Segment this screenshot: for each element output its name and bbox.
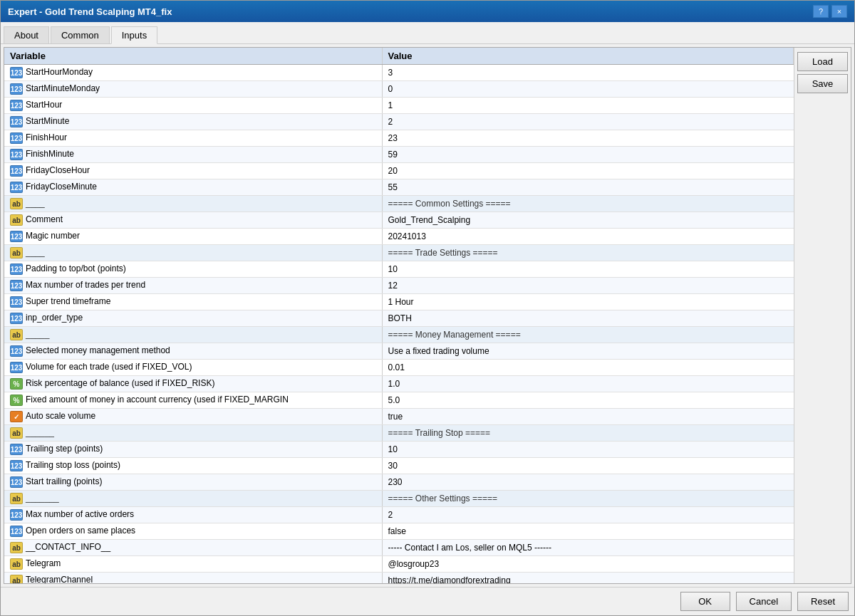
inputs-table: Variable Value 123StartHourMonday3123Sta… bbox=[4, 48, 794, 583]
variable-name: ____ bbox=[26, 198, 45, 208]
ab-icon: ab bbox=[10, 329, 23, 340]
table-row[interactable]: 123Max number of active orders2 bbox=[4, 507, 794, 523]
table-row[interactable]: 123Start trailing (points)230 bbox=[4, 474, 794, 491]
table-row[interactable]: ab_____===== Money Management ===== bbox=[4, 327, 794, 343]
table-row[interactable]: 123Open orders on same placesfalse bbox=[4, 523, 794, 540]
variable-cell: 123Max number of active orders bbox=[4, 507, 382, 523]
table-row[interactable]: ab____===== Common Settings ===== bbox=[4, 196, 794, 212]
table-row[interactable]: 123inp_order_typeBOTH bbox=[4, 310, 794, 327]
variable-cell: ab__CONTACT_INFO__ bbox=[4, 540, 382, 556]
tab-common[interactable]: Common bbox=[51, 26, 110, 43]
value-cell[interactable]: Use a fixed trading volume bbox=[382, 343, 794, 360]
variable-cell: 123StartHour bbox=[4, 98, 382, 114]
table-row[interactable]: 123FinishHour23 bbox=[4, 130, 794, 147]
value-cell[interactable]: false bbox=[382, 523, 794, 540]
variable-cell: 123FinishMinute bbox=[4, 147, 382, 163]
value-cell[interactable]: 59 bbox=[382, 147, 794, 163]
value-cell[interactable]: 230 bbox=[382, 474, 794, 491]
value-cell[interactable]: 23 bbox=[382, 130, 794, 147]
table-row[interactable]: %Fixed amount of money in account curren… bbox=[4, 392, 794, 409]
table-row[interactable]: 123Magic number20241013 bbox=[4, 229, 794, 245]
close-button[interactable]: × bbox=[831, 5, 847, 18]
side-button-panel: Load Save bbox=[794, 48, 851, 583]
table-row[interactable]: 123Max number of trades per trend12 bbox=[4, 278, 794, 294]
table-row[interactable]: 123FinishMinute59 bbox=[4, 147, 794, 163]
value-cell[interactable]: 3 bbox=[382, 65, 794, 81]
variable-name: Comment bbox=[26, 214, 63, 224]
value-cell[interactable]: 20 bbox=[382, 163, 794, 179]
int-icon: 123 bbox=[10, 83, 23, 95]
variable-name: Max number of active orders bbox=[26, 509, 134, 519]
value-cell[interactable]: 5.0 bbox=[382, 392, 794, 409]
table-row[interactable]: 123Super trend timeframe1 Hour bbox=[4, 294, 794, 310]
value-cell[interactable]: true bbox=[382, 409, 794, 425]
value-cell[interactable]: 12 bbox=[382, 278, 794, 294]
cancel-button[interactable]: Cancel bbox=[736, 592, 792, 611]
value-cell[interactable]: 2 bbox=[382, 114, 794, 130]
help-button[interactable]: ? bbox=[813, 5, 829, 18]
ok-button[interactable]: OK bbox=[680, 592, 730, 611]
variable-cell: abComment bbox=[4, 212, 382, 229]
value-cell[interactable]: Gold_Trend_Scalping bbox=[382, 212, 794, 229]
table-row[interactable]: 123Trailing step (points)10 bbox=[4, 442, 794, 458]
value-cell[interactable]: 30 bbox=[382, 458, 794, 474]
table-row[interactable]: 123Trailing stop loss (points)30 bbox=[4, 458, 794, 474]
value-cell[interactable]: ----- Contact I am Los, seller on MQL5 -… bbox=[382, 540, 794, 556]
table-scroll[interactable]: Variable Value 123StartHourMonday3123Sta… bbox=[4, 48, 794, 583]
value-cell[interactable]: https://t.me/diamondforextrading bbox=[382, 573, 794, 584]
variable-name: FinishHour bbox=[26, 132, 67, 142]
int-icon: 123 bbox=[10, 149, 23, 160]
value-cell[interactable]: 1 bbox=[382, 98, 794, 114]
value-cell: ===== Trade Settings ===== bbox=[382, 245, 794, 261]
table-row[interactable]: abCommentGold_Trend_Scalping bbox=[4, 212, 794, 229]
table-row[interactable]: 123Volume for each trade (used if FIXED_… bbox=[4, 360, 794, 376]
table-row[interactable]: ✓Auto scale volumetrue bbox=[4, 409, 794, 425]
value-cell[interactable]: 2 bbox=[382, 507, 794, 523]
table-row[interactable]: %Risk percentage of balance (used if FIX… bbox=[4, 376, 794, 392]
bool-icon: ✓ bbox=[10, 411, 23, 422]
value-cell[interactable]: 0 bbox=[382, 81, 794, 98]
value-cell[interactable]: @losgroup23 bbox=[382, 556, 794, 573]
int-icon: 123 bbox=[10, 100, 23, 111]
tab-about[interactable]: About bbox=[4, 26, 49, 43]
int-icon: 123 bbox=[10, 509, 23, 521]
load-button[interactable]: Load bbox=[797, 52, 848, 71]
value-cell[interactable]: 1 Hour bbox=[382, 294, 794, 310]
table-row[interactable]: ab____===== Trade Settings ===== bbox=[4, 245, 794, 261]
table-wrapper: Variable Value 123StartHourMonday3123Sta… bbox=[4, 47, 851, 584]
table-row[interactable]: 123FridayCloseHour20 bbox=[4, 163, 794, 179]
table-row[interactable]: 123FridayCloseMinute55 bbox=[4, 179, 794, 196]
table-row[interactable]: 123Padding to top/bot (points)10 bbox=[4, 261, 794, 278]
table-row[interactable]: ab__CONTACT_INFO__----- Contact I am Los… bbox=[4, 540, 794, 556]
reset-button[interactable]: Reset bbox=[797, 592, 849, 611]
table-header: Variable Value bbox=[4, 48, 794, 65]
table-row[interactable]: 123StartMinuteMonday0 bbox=[4, 81, 794, 98]
value-cell[interactable]: 0.01 bbox=[382, 360, 794, 376]
value-cell[interactable]: BOTH bbox=[382, 310, 794, 327]
value-cell[interactable]: 20241013 bbox=[382, 229, 794, 245]
table-row[interactable]: 123Selected money management methodUse a… bbox=[4, 343, 794, 360]
variable-cell: 123Max number of trades per trend bbox=[4, 278, 382, 294]
value-cell[interactable]: 10 bbox=[382, 261, 794, 278]
title-bar-buttons: ? × bbox=[813, 5, 847, 18]
ab-icon: ab bbox=[10, 542, 23, 553]
table-row[interactable]: ab______===== Trailing Stop ===== bbox=[4, 425, 794, 442]
tab-inputs[interactable]: Inputs bbox=[111, 26, 157, 44]
table-row[interactable]: 123StartHourMonday3 bbox=[4, 65, 794, 81]
variable-name: Trailing step (points) bbox=[26, 444, 103, 454]
int-icon: 123 bbox=[10, 345, 23, 357]
int-icon: 123 bbox=[10, 165, 23, 177]
value-cell[interactable]: 10 bbox=[382, 442, 794, 458]
table-row[interactable]: ab_______===== Other Settings ===== bbox=[4, 491, 794, 507]
value-cell[interactable]: 1.0 bbox=[382, 376, 794, 392]
table-row[interactable]: abTelegram@losgroup23 bbox=[4, 556, 794, 573]
save-button[interactable]: Save bbox=[797, 74, 848, 93]
table-row[interactable]: abTelegramChannelhttps://t.me/diamondfor… bbox=[4, 573, 794, 584]
table-row[interactable]: 123StartHour1 bbox=[4, 98, 794, 114]
value-cell[interactable]: 55 bbox=[382, 179, 794, 196]
variable-name: FridayCloseHour bbox=[26, 165, 90, 175]
ab-icon: ab bbox=[10, 214, 23, 226]
table-row[interactable]: 123StartMinute2 bbox=[4, 114, 794, 130]
variable-cell: 123Trailing step (points) bbox=[4, 442, 382, 458]
variable-cell: ab____ bbox=[4, 245, 382, 261]
